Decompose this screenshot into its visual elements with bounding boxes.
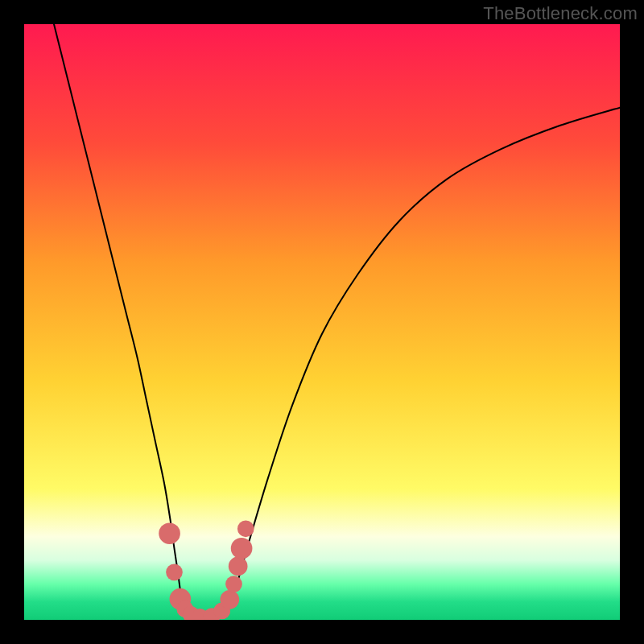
chart-background-gradient xyxy=(24,24,620,620)
marker-dot xyxy=(237,520,254,537)
marker-dot xyxy=(225,576,242,592)
marker-dot xyxy=(220,590,239,609)
watermark-text: TheBottleneck.com xyxy=(483,3,638,24)
chart-svg xyxy=(24,24,620,620)
marker-dot xyxy=(159,522,180,544)
chart-stage: TheBottleneck.com xyxy=(0,0,644,644)
marker-dot xyxy=(166,564,183,580)
marker-dot xyxy=(231,538,253,559)
chart-plot-area xyxy=(24,24,620,620)
marker-dot xyxy=(229,557,248,576)
